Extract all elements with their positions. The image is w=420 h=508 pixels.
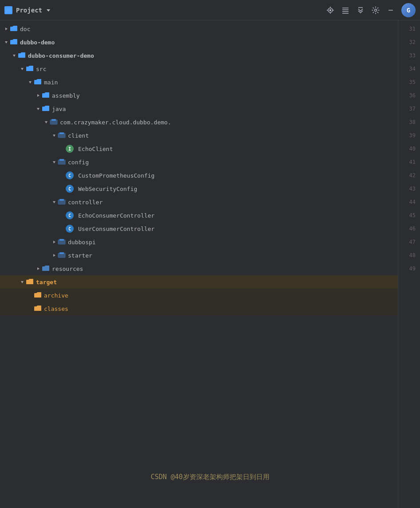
svg-rect-33: [52, 119, 56, 121]
line-number: 34: [398, 62, 420, 75]
svg-rect-2: [6, 8, 11, 12]
svg-point-15: [375, 9, 377, 11]
svg-marker-37: [53, 161, 55, 163]
header-title: Project: [16, 7, 42, 14]
header-left: Project: [4, 6, 51, 14]
tree-item[interactable]: target: [0, 275, 398, 289]
tree-item-label: starter: [68, 252, 92, 259]
tree-item[interactable]: assembly: [0, 89, 398, 102]
file-tree: doc dubbo-demo dubbo-consumer-demo src m…: [0, 20, 398, 508]
svg-rect-24: [26, 67, 33, 71]
tree-item[interactable]: dubbospi: [0, 235, 398, 249]
class-icon: C: [66, 211, 76, 219]
tree-item-label: resources: [52, 266, 83, 272]
tree-item[interactable]: starter: [0, 249, 398, 262]
tree-item[interactable]: dubbo-consumer-demo: [0, 49, 398, 62]
tree-item-label: target: [36, 279, 57, 286]
line-number: 37: [398, 102, 420, 115]
line-number: 35: [398, 75, 420, 89]
tree-item-label: src: [36, 66, 46, 72]
svg-marker-25: [29, 81, 32, 83]
package-icon: [58, 239, 66, 245]
avatar[interactable]: G: [401, 3, 416, 17]
tree-item-label: CustomPrometheusConfig: [78, 172, 155, 179]
svg-marker-40: [53, 201, 55, 203]
tree-item[interactable]: CCustomPrometheusConfig: [0, 169, 398, 182]
folder-icon: [42, 266, 50, 272]
tree-item-label: main: [44, 79, 58, 86]
tree-item[interactable]: dubbo-demo: [0, 36, 398, 49]
svg-marker-34: [53, 135, 55, 137]
tree-item[interactable]: archive: [0, 289, 398, 302]
tree-item[interactable]: CUserConsumerController: [0, 222, 398, 235]
line-number: 38: [398, 115, 420, 129]
package-icon: [50, 119, 58, 125]
tree-item-label: dubbo-demo: [20, 39, 55, 46]
tree-item-label: assembly: [52, 92, 80, 99]
tree-item-label: client: [68, 132, 89, 139]
line-number: 33: [398, 49, 420, 62]
tree-item[interactable]: CWebSecurityConfig: [0, 182, 398, 195]
package-icon: [58, 132, 66, 139]
expand-all-icon[interactable]: [356, 6, 365, 15]
tree-item[interactable]: classes: [0, 302, 398, 315]
line-number: 36: [398, 89, 420, 102]
svg-rect-53: [34, 294, 41, 298]
svg-rect-42: [59, 199, 64, 201]
line-number: 46: [398, 222, 420, 235]
tree-item-label: dubbo-consumer-demo: [28, 52, 94, 59]
svg-rect-18: [10, 27, 17, 31]
tree-item[interactable]: config: [0, 155, 398, 169]
svg-marker-3: [47, 9, 50, 12]
svg-marker-31: [45, 121, 48, 123]
tree-item-label: EchoClient: [78, 146, 113, 152]
svg-marker-29: [37, 108, 40, 110]
line-number: 49: [398, 262, 420, 275]
locate-icon[interactable]: [326, 6, 335, 15]
svg-marker-51: [21, 281, 24, 283]
svg-rect-28: [42, 94, 49, 98]
class-icon: C: [66, 225, 76, 233]
header-actions: G: [326, 3, 416, 17]
package-icon: [58, 199, 66, 205]
svg-rect-30: [42, 107, 49, 111]
tree-item[interactable]: IEchoClient: [0, 142, 398, 155]
svg-rect-52: [26, 280, 33, 284]
tree-item[interactable]: controller: [0, 195, 398, 209]
folder-icon: [34, 306, 42, 312]
tree-item-label: controller: [68, 199, 103, 206]
tree-item[interactable]: CEchoConsumerController: [0, 209, 398, 222]
line-number: 48: [398, 249, 420, 262]
tree-item[interactable]: com.crazymaker.cloud.dubbo.demo.: [0, 115, 398, 129]
tree-item-label: dubbospi: [68, 239, 96, 246]
dropdown-arrow[interactable]: [46, 8, 51, 13]
svg-rect-26: [34, 80, 41, 84]
svg-marker-27: [37, 94, 40, 97]
tree-item-label: java: [52, 106, 66, 112]
tree-item[interactable]: resources: [0, 262, 398, 275]
line-number: 40: [398, 142, 420, 155]
tree-item[interactable]: main: [0, 75, 398, 89]
line-number: 45: [398, 209, 420, 222]
minimize-icon[interactable]: [386, 6, 395, 15]
class-icon: C: [66, 171, 76, 179]
line-number: 43: [398, 182, 420, 195]
panel-header: Project: [0, 0, 420, 20]
tree-item[interactable]: doc: [0, 22, 398, 36]
svg-rect-50: [42, 267, 49, 271]
svg-rect-48: [59, 252, 64, 254]
settings-icon[interactable]: [371, 6, 380, 15]
collapse-all-icon[interactable]: [341, 6, 350, 15]
line-number: 47: [398, 235, 420, 249]
project-icon: [4, 6, 12, 14]
svg-rect-22: [18, 54, 25, 58]
tree-item[interactable]: client: [0, 129, 398, 142]
svg-rect-36: [59, 132, 64, 134]
interface-icon: I: [66, 145, 76, 153]
tree-item[interactable]: src: [0, 62, 398, 75]
tree-item[interactable]: java: [0, 102, 398, 115]
svg-rect-39: [59, 159, 64, 161]
line-number: 42: [398, 169, 420, 182]
folder-icon: [18, 52, 26, 59]
svg-point-5: [330, 9, 331, 11]
